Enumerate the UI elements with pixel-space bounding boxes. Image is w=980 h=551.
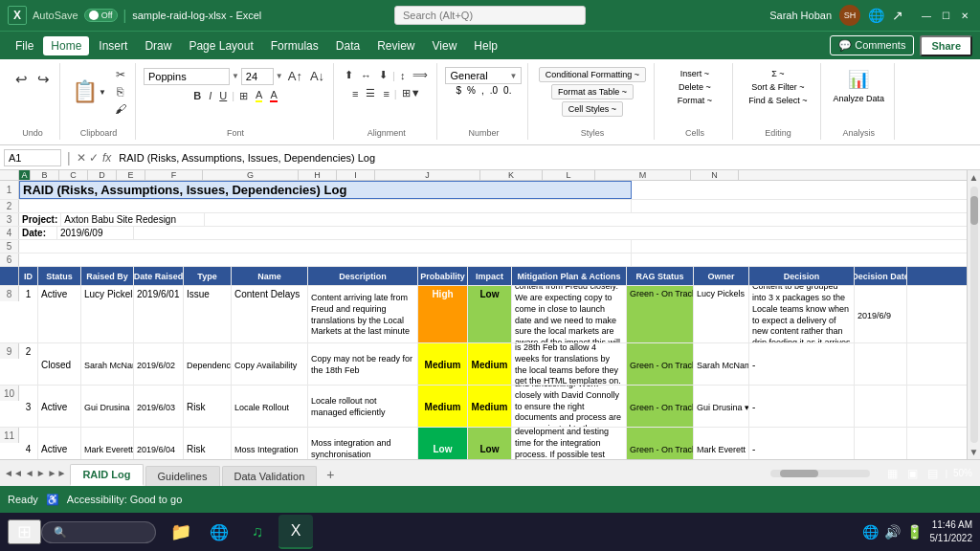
size-dropdown-arrow[interactable]: ▼: [276, 72, 283, 80]
cell-date-1[interactable]: 2019/6/01: [134, 286, 184, 342]
percent-button[interactable]: %: [465, 84, 478, 97]
cell-name-4[interactable]: Moss Integration: [232, 428, 308, 459]
cell-desc-1[interactable]: Content arriving late from Freud and req…: [308, 286, 418, 342]
cell-rag-1[interactable]: Green - On Track: [627, 286, 694, 342]
col-header-l[interactable]: L: [543, 170, 595, 180]
cell-desc-4[interactable]: Moss integration and synchronisation: [308, 428, 418, 459]
cell-raised-3[interactable]: Gui Drusina: [81, 386, 134, 427]
close-button[interactable]: ✕: [957, 8, 972, 23]
col-header-c[interactable]: C: [59, 170, 88, 180]
copy-button[interactable]: ⎘: [112, 84, 129, 99]
col-header-e[interactable]: E: [117, 170, 145, 180]
currency-button[interactable]: $: [455, 84, 464, 97]
border-button[interactable]: ⊞: [236, 88, 251, 104]
cell-mit-3[interactable]: Ensure the Wiki is set up and functionin…: [512, 386, 627, 427]
align-center-button[interactable]: ☰: [363, 85, 378, 101]
increase-decimal-button[interactable]: .0: [488, 84, 500, 97]
cell-owner-3[interactable]: Gui Drusina ▾: [694, 386, 749, 427]
add-sheet-button[interactable]: +: [319, 463, 342, 486]
cell-styles-button[interactable]: Cell Styles ~: [562, 101, 623, 117]
menu-draw[interactable]: Draw: [137, 36, 179, 55]
format-table-button[interactable]: Format as Table ~: [551, 84, 634, 99]
col-header-b[interactable]: B: [31, 170, 59, 180]
cell-desc-3[interactable]: Locale rollout not managed efficiently: [308, 386, 418, 427]
cell-a2[interactable]: [19, 200, 632, 212]
cell-a1[interactable]: RAID (Risks, Assumptions, Issues, Depend…: [19, 181, 632, 199]
cell-status-4[interactable]: Active: [38, 428, 81, 459]
horizontal-scrollbar[interactable]: [770, 470, 870, 477]
font-name-input[interactable]: [144, 68, 230, 85]
cell-name-1[interactable]: Content Delays: [232, 286, 308, 342]
align-middle-button[interactable]: ↔: [358, 68, 374, 83]
scroll-left-button[interactable]: ◄◄: [4, 468, 23, 478]
cell-owner-4[interactable]: Mark Everett ▾: [694, 428, 749, 459]
col-header-f[interactable]: F: [145, 170, 203, 180]
insert-cells-button[interactable]: Insert ~: [677, 67, 713, 80]
find-select-button[interactable]: Find & Select ~: [745, 94, 811, 107]
col-header-g[interactable]: G: [203, 170, 299, 180]
cell-impact-2[interactable]: Medium: [468, 343, 512, 385]
paste-button[interactable]: 📋 ▼: [68, 77, 110, 106]
cell-type-3[interactable]: Risk: [184, 386, 232, 427]
share-button[interactable]: Share: [920, 35, 972, 56]
cell-id-2[interactable]: 2: [19, 343, 38, 385]
menu-help[interactable]: Help: [466, 36, 505, 55]
cell-impact-4[interactable]: Low: [468, 428, 512, 459]
decrease-font-button[interactable]: A↓: [307, 67, 327, 85]
scroll-prev-button[interactable]: ◄: [25, 468, 34, 478]
cell-rag-2[interactable]: Green - On Track: [627, 343, 694, 385]
cell-date-2[interactable]: 2019/6/02: [134, 343, 184, 385]
cell-owner-2[interactable]: Sarah McNamee ▾: [694, 343, 749, 385]
clock[interactable]: 11:46 AM 5/11/2022: [930, 518, 973, 545]
battery-icon[interactable]: 🔋: [906, 524, 923, 540]
menu-data[interactable]: Data: [328, 36, 368, 55]
fill-color-button[interactable]: A: [253, 87, 265, 104]
bold-button[interactable]: B: [190, 88, 204, 103]
menu-view[interactable]: View: [425, 36, 465, 55]
cell-type-4[interactable]: Risk: [184, 428, 232, 459]
vertical-scrollbar[interactable]: ▲ ▼: [967, 170, 980, 459]
cell-date-4[interactable]: 2019/6/04: [134, 428, 184, 459]
number-format-arrow[interactable]: ▼: [510, 72, 518, 80]
cell-decdate-3[interactable]: [855, 386, 907, 427]
taskbar-app-excel[interactable]: X: [278, 515, 313, 549]
formula-input[interactable]: [115, 150, 976, 165]
cell-impact-1[interactable]: Low: [468, 286, 512, 342]
italic-button[interactable]: I: [206, 88, 214, 103]
analyze-data-button[interactable]: Analyze Data: [829, 92, 888, 105]
align-left-button[interactable]: ≡: [349, 86, 361, 101]
cell-prob-3[interactable]: Medium: [418, 386, 468, 427]
cell-status-3[interactable]: Active: [38, 386, 81, 427]
decrease-decimal-button[interactable]: 0.: [501, 84, 513, 97]
cell-id-1[interactable]: 1: [19, 286, 38, 342]
cell-impact-3[interactable]: Medium: [468, 386, 512, 427]
taskbar-app-chrome[interactable]: 🌐: [202, 515, 236, 549]
font-size-input[interactable]: [241, 68, 274, 85]
cell-decdate-4[interactable]: [855, 428, 907, 459]
cell-owner-1[interactable]: Lucy Pickels: [694, 286, 749, 342]
tab-data-validation[interactable]: Data Validation: [222, 466, 318, 486]
comments-button[interactable]: 💬 Comments: [830, 35, 914, 55]
col-header-m[interactable]: M: [595, 170, 691, 180]
scroll-right-button[interactable]: ►►: [48, 468, 67, 478]
scroll-next-button[interactable]: ►: [36, 468, 46, 478]
taskbar-app-file-explorer[interactable]: 📁: [164, 515, 198, 549]
underline-button[interactable]: U: [216, 88, 230, 103]
minimize-button[interactable]: —: [919, 8, 934, 23]
cell-prob-4[interactable]: Low: [418, 428, 468, 459]
increase-font-button[interactable]: A↑: [285, 67, 305, 85]
text-direction-button[interactable]: ↕: [397, 68, 409, 83]
cell-mit-1[interactable]: Sam to manage delivery of content from F…: [512, 286, 627, 342]
cell-project-value[interactable]: Axton Babu Site Redesign: [61, 213, 205, 226]
maximize-button[interactable]: ☐: [938, 8, 953, 23]
format-cells-button[interactable]: Format ~: [674, 94, 716, 107]
start-button[interactable]: ⊞: [8, 519, 41, 544]
normal-view-button[interactable]: ▦: [885, 465, 900, 482]
cell-status-2[interactable]: Closed: [38, 343, 81, 385]
cell-decision-4[interactable]: -: [749, 428, 855, 459]
font-color-button[interactable]: A: [267, 87, 279, 104]
col-header-n[interactable]: N: [691, 170, 739, 180]
cell-raised-2[interactable]: Sarah McName: [81, 343, 134, 385]
menu-page-layout[interactable]: Page Layout: [181, 36, 260, 55]
font-dropdown-arrow[interactable]: ▼: [232, 72, 239, 80]
